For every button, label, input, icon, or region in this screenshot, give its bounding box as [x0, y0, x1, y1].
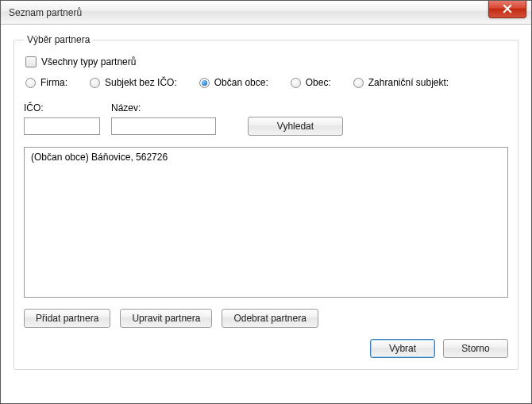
field-inputs-row: Vyhledat	[24, 117, 508, 136]
group-legend: Výběr partnera	[24, 34, 93, 45]
ico-label: IČO:	[24, 102, 111, 114]
radio-obec-label: Obec:	[306, 77, 331, 88]
radio-item-zahranicni[interactable]: Zahraniční subjekt:	[353, 77, 449, 88]
radio-item-firma[interactable]: Firma:	[25, 77, 67, 88]
field-labels-row: IČO: Název:	[24, 102, 508, 114]
radio-item-subjekt-bez-ico[interactable]: Subjekt bez IČO:	[90, 77, 177, 88]
close-button[interactable]	[488, 1, 526, 18]
radio-item-obcan-obce[interactable]: Občan obce:	[199, 77, 268, 88]
radio-zahranicni-label: Zahraniční subjekt:	[368, 77, 449, 88]
radio-subjekt-bez-ico-label: Subjekt bez IČO:	[105, 77, 177, 88]
ico-input[interactable]	[24, 117, 100, 135]
radio-firma[interactable]	[25, 78, 36, 88]
dialog-content: Výběr partnera Všechny typy partnerů Fir…	[1, 25, 531, 383]
cancel-button[interactable]: Storno	[443, 339, 508, 358]
close-icon	[503, 4, 512, 13]
results-listbox[interactable]: (Občan obce) Báňovice, 562726	[24, 147, 508, 298]
all-types-row: Všechny typy partnerů	[25, 56, 507, 67]
partner-selection-group: Výběr partnera Všechny typy partnerů Fir…	[13, 34, 519, 370]
select-button[interactable]: Vybrat	[370, 339, 435, 358]
nazev-label: Název:	[111, 102, 230, 114]
dialog-buttons-row: Vybrat Storno	[24, 339, 508, 358]
remove-partner-button[interactable]: Odebrat partnera	[222, 309, 318, 328]
list-item[interactable]: (Občan obce) Báňovice, 562726	[29, 151, 503, 164]
title-bar: Seznam partnerů	[1, 1, 531, 25]
nazev-input[interactable]	[111, 117, 216, 135]
radio-subjekt-bez-ico[interactable]	[90, 78, 100, 88]
radio-item-obec[interactable]: Obec:	[291, 77, 331, 88]
window-title: Seznam partnerů	[9, 7, 82, 18]
all-types-label: Všechny typy partnerů	[41, 56, 136, 67]
radio-obcan-obce[interactable]	[199, 78, 210, 88]
radio-zahranicni[interactable]	[353, 78, 364, 88]
radio-obec[interactable]	[291, 78, 301, 88]
search-button[interactable]: Vyhledat	[248, 117, 343, 136]
radio-obcan-obce-label: Občan obce:	[214, 77, 268, 88]
partner-type-radios: Firma: Subjekt bez IČO: Občan obce: Obec…	[25, 77, 507, 88]
add-partner-button[interactable]: Přidat partnera	[24, 309, 110, 328]
edit-partner-button[interactable]: Upravit partnera	[120, 309, 212, 328]
all-types-checkbox[interactable]	[25, 56, 37, 67]
radio-firma-label: Firma:	[40, 77, 67, 88]
crud-buttons-row: Přidat partnera Upravit partnera Odebrat…	[24, 309, 508, 328]
